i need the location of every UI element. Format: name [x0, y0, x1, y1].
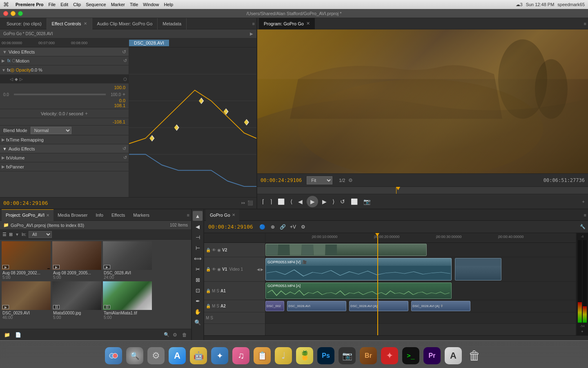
timeline-tab-close-icon[interactable]: ✕ — [232, 213, 235, 217]
menu-clip[interactable]: Clip — [73, 2, 81, 7]
opacity-add-keyframe-icon[interactable]: ◆ — [15, 77, 18, 81]
program-fit-dropdown[interactable]: Fit 25% 50% 100% — [307, 176, 332, 184]
a2-lock-icon[interactable]: 🔒 — [206, 304, 211, 308]
rolling-edit-tool-button[interactable]: ⊢ — [193, 243, 203, 253]
volume-expand-icon[interactable]: ▶ — [2, 155, 5, 160]
panner-expand-icon[interactable]: ▶ — [2, 164, 5, 169]
time-remap-expand-icon[interactable]: ▶ — [2, 137, 5, 142]
close-button[interactable] — [3, 11, 8, 16]
a1-mute-icon[interactable]: M — [212, 289, 215, 293]
tab-media-browser[interactable]: Media Browser — [53, 209, 91, 221]
dock-system-prefs[interactable]: ⚙ — [146, 345, 166, 364]
export-frame-button[interactable]: 📷 — [362, 197, 372, 206]
dock-xcode[interactable]: ✦ — [210, 345, 229, 364]
v2-eye-icon[interactable]: 👁 — [212, 248, 216, 252]
search-icon[interactable]: 🔍 — [164, 332, 169, 337]
program-tab-close-icon[interactable]: ✕ — [306, 21, 310, 26]
go-to-in-button[interactable]: ⟨ — [289, 197, 294, 206]
tab-info[interactable]: Info — [92, 209, 107, 221]
dock-trash[interactable]: 🗑 — [465, 345, 484, 364]
tab-source[interactable]: Source: (no clips) — [2, 18, 47, 29]
opacity-add-icon[interactable]: + — [122, 92, 125, 97]
safe-margin-button[interactable]: ⬜ — [349, 197, 359, 206]
audio-effects-reset-icon[interactable]: ↺ — [122, 146, 126, 151]
tab-timeline-gopro[interactable]: GoPro Go ✕ — [206, 209, 239, 221]
v2-sync-icon[interactable]: ◉ — [217, 248, 221, 252]
add-marker-tool-button[interactable]: 🔵 — [258, 222, 267, 231]
v1-clip-second[interactable] — [455, 258, 501, 280]
video-effects-collapse-icon[interactable]: ▼ — [2, 49, 7, 54]
opacity-expand-icon[interactable]: ▼ — [2, 68, 6, 72]
source-arrow-icon[interactable]: ▶ — [250, 31, 253, 36]
opacity-nav-left-icon[interactable]: ◁ — [10, 77, 13, 81]
blend-mode-select[interactable]: Normal Multiply Screen — [31, 127, 71, 134]
track-v1[interactable]: GOPR0053.MP4 [V] 🎥 — [265, 257, 576, 282]
mark-in-button[interactable]: ⌈ — [261, 197, 266, 206]
dock-automator[interactable]: 🤖 — [189, 345, 208, 364]
ripple-edit-tool-button[interactable]: ⊣ — [193, 232, 203, 242]
tracks-ruler[interactable]: 00:00:10:00000 00:00:20:00000 00:00:30:0… — [265, 233, 576, 243]
opacity-nav-right-icon[interactable]: ▷ — [20, 77, 23, 81]
app-name[interactable]: Premiere Pro — [16, 2, 43, 7]
v1-lock-icon[interactable]: 🔒 — [206, 267, 211, 272]
add-marker-icon[interactable]: ⬛ — [247, 200, 253, 206]
tab-effect-controls[interactable]: Effect Controls ✕ — [47, 18, 92, 29]
slip-tool-button[interactable]: ⊠ — [193, 275, 203, 285]
menu-window[interactable]: Window — [143, 2, 159, 7]
v1-add-icon[interactable]: ◀ — [257, 267, 260, 272]
settings-button[interactable]: ⚙ — [171, 331, 179, 339]
a2-clip-dsc0028[interactable]: DSC_0028.AVI — [287, 301, 346, 311]
track-v2[interactable] — [265, 243, 576, 257]
add-audio-button[interactable]: ⚙ — [299, 222, 308, 231]
volume-reset-icon[interactable]: ↺ — [123, 155, 127, 160]
track-a3[interactable] — [265, 312, 576, 324]
tab-program-gopro[interactable]: Program: GoPro Go ✕ — [259, 18, 315, 29]
track-a1[interactable]: GOPR0053.MP4 [A] — [265, 282, 576, 300]
search-dropdown[interactable]: ▼ — [15, 232, 19, 237]
menu-marker[interactable]: Marker — [111, 2, 125, 7]
dock-spike[interactable]: ✦ — [380, 345, 399, 364]
icon-view-icon[interactable]: ⊞ — [9, 232, 13, 237]
a1-solo-icon[interactable]: S — [216, 289, 219, 293]
timeline-scrollbar[interactable] — [204, 335, 588, 340]
dock-app-store[interactable]: A — [167, 345, 187, 364]
go-to-out-button[interactable]: ⟩ — [331, 197, 336, 206]
slide-tool-button[interactable]: ⊡ — [193, 285, 203, 295]
v1-sync-icon[interactable]: ◉ — [217, 267, 221, 272]
project-tab-close-icon[interactable]: ✕ — [46, 213, 49, 218]
maximize-button[interactable] — [18, 11, 23, 16]
menu-edit[interactable]: Edit — [60, 2, 68, 7]
tab-markers[interactable]: Markers — [129, 209, 154, 221]
tab-effects[interactable]: Effects — [107, 209, 129, 221]
zoom-tool-button[interactable]: 🔍 — [193, 317, 203, 327]
new-bin-button[interactable]: 📁 — [2, 331, 12, 339]
dock-premiere[interactable]: Pr — [422, 345, 442, 364]
v1-clip-gopr[interactable]: GOPR0053.MP4 [V] 🎥 — [265, 258, 452, 280]
velocity-add-icon[interactable]: + — [85, 111, 88, 117]
menu-help[interactable]: Help — [164, 2, 173, 7]
timeline-panel-menu[interactable]: ≡ — [584, 213, 586, 218]
track-a2[interactable]: DSC_002 DSC_0028.AVI DSC_0028.AVI [A] — [265, 300, 576, 312]
add-clip-icon[interactable]: + — [582, 199, 585, 204]
link-toggle-button[interactable]: 🔗 — [278, 222, 287, 231]
list-item[interactable]: 🖼 TamiAlanMiata1.tif 5:00 — [103, 281, 152, 320]
menu-file[interactable]: File — [48, 2, 56, 7]
dock-font-book[interactable]: A — [443, 345, 463, 364]
video-effects-reset-icon[interactable]: ↺ — [122, 49, 126, 55]
panel-menu-button[interactable]: ≡ — [252, 21, 255, 26]
v2-clip[interactable] — [265, 244, 427, 256]
menu-sequence[interactable]: Sequence — [86, 2, 106, 7]
opacity-range-bar[interactable] — [14, 94, 106, 95]
loop-button[interactable]: ↺ — [339, 197, 347, 206]
tab-metadata[interactable]: Metadata — [158, 18, 187, 29]
play-to-out-icon[interactable]: ⤇ — [241, 200, 245, 206]
new-item-button[interactable]: 📄 — [13, 331, 23, 339]
list-item[interactable]: ▶ DSC_0028.AVI 24:00 — [103, 241, 152, 280]
list-item[interactable]: ▶ Aug 08 2009_2002... 5:00 — [2, 241, 51, 280]
v2-lock-icon[interactable]: 🔒 — [206, 248, 211, 252]
timeline-settings-icon[interactable]: 🔧 — [580, 224, 586, 229]
tab-project-gopro[interactable]: Project: GoPro_AVI ✕ — [2, 209, 53, 221]
audio-effects-collapse-icon[interactable]: ▼ — [2, 146, 7, 151]
search-in-dropdown[interactable]: All Name Type — [29, 231, 52, 238]
mark-clip-button[interactable]: ⬜ — [276, 197, 286, 206]
